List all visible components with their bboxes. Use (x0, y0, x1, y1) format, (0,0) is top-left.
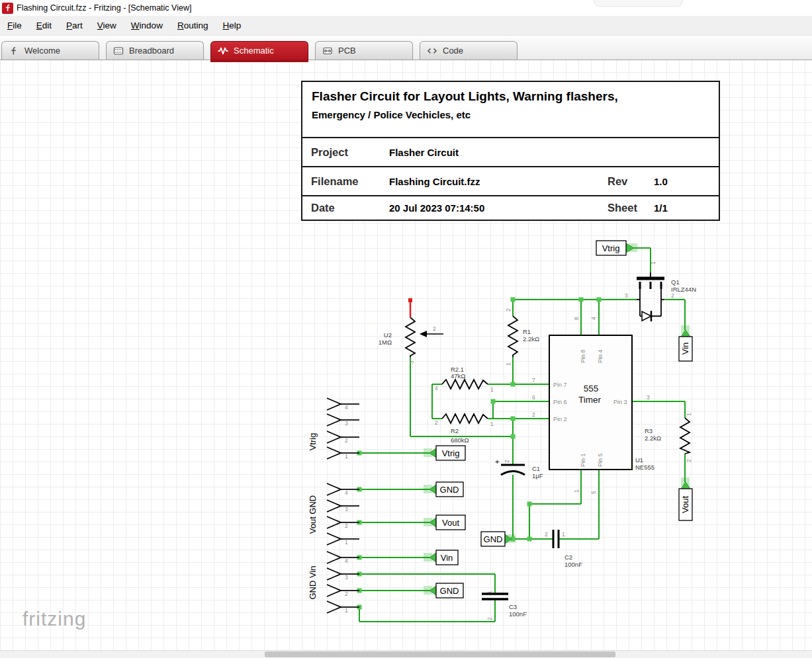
menu-view[interactable]: View (90, 17, 124, 34)
horizontal-scrollbar-thumb[interactable] (265, 651, 615, 657)
window-title: Flashing Circuit.fzz - Fritzing - [Schem… (17, 3, 191, 13)
tab-welcome[interactable]: Welcome (1, 41, 99, 60)
title-block-project-row: Project Flasher Circuit (302, 138, 719, 167)
menu-routing[interactable]: Routing (170, 17, 216, 34)
title-block-header: Flasher Circuit for Layout Lights, Warni… (302, 82, 719, 138)
titlebar: Flashing Circuit.fzz - Fritzing - [Schem… (0, 0, 812, 16)
schematic-title-line2: Emergency / Police Vechicles, etc (312, 109, 709, 120)
view-tabbar: Welcome Breadboard Schematic PCB Code (0, 36, 812, 60)
titlebar-artifact (594, 0, 683, 7)
sheet-value: 1/1 (654, 202, 668, 214)
fritzing-app-icon (2, 3, 13, 14)
filename-label: Filename (311, 175, 389, 188)
schematic-canvas[interactable]: Flasher Circuit for Layout Lights, Warni… (0, 60, 812, 651)
tab-breadboard[interactable]: Breadboard (106, 41, 204, 60)
menubar: File Edit Part View Window Routing Help (0, 16, 812, 36)
title-block-filename-row: Filename Flashing Circuit.fzz Rev 1.0 (302, 167, 719, 196)
title-block-date-row: Date 20 Jul 2023 07:14:50 Sheet 1/1 (302, 196, 719, 220)
horizontal-scrollbar[interactable] (0, 650, 812, 658)
menu-window[interactable]: Window (124, 17, 170, 34)
code-icon (427, 46, 437, 56)
breadboard-icon (113, 46, 124, 56)
pcb-icon (322, 46, 333, 56)
fritzing-watermark: fritzing (23, 608, 86, 630)
project-value: Flasher Circuit (389, 147, 459, 158)
date-label: Date (311, 202, 389, 214)
rev-value: 1.0 (654, 176, 668, 187)
menu-file[interactable]: File (0, 17, 29, 34)
fritzing-logo-icon (9, 46, 19, 56)
sheet-label: Sheet (608, 202, 654, 214)
schematic-title-line1: Flasher Circuit for Layout Lights, Warni… (312, 89, 709, 104)
tab-schematic[interactable]: Schematic (210, 41, 308, 60)
menu-part[interactable]: Part (59, 17, 90, 34)
menu-help[interactable]: Help (215, 17, 248, 34)
menu-edit[interactable]: Edit (29, 17, 59, 34)
filename-value: Flashing Circuit.fzz (389, 176, 480, 187)
project-label: Project (311, 146, 389, 159)
title-block-frame[interactable]: Flasher Circuit for Layout Lights, Warni… (301, 81, 720, 221)
schematic-waveform-icon (218, 46, 228, 56)
date-value: 20 Jul 2023 07:14:50 (389, 202, 484, 214)
rev-label: Rev (608, 175, 654, 188)
tab-code[interactable]: Code (420, 41, 518, 60)
tab-pcb[interactable]: PCB (315, 41, 413, 60)
